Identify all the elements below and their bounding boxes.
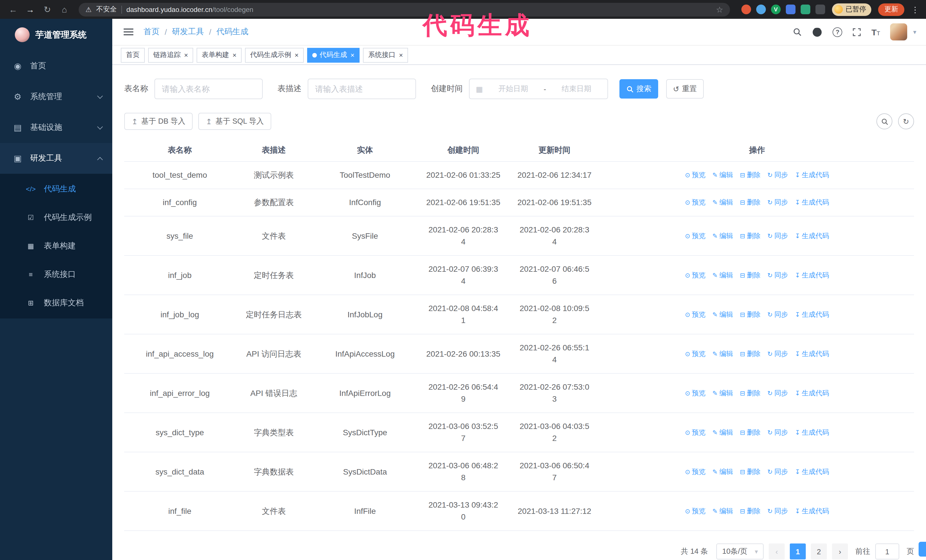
close-icon[interactable]: × [351,51,354,59]
sync-link[interactable]: ↻同步 [767,230,788,242]
preview-link[interactable]: ⊙预览 [685,196,705,208]
menu-item[interactable]: ⚙ 系统管理 [0,82,112,112]
generate-code-link[interactable]: ↧生成代码 [795,196,829,208]
refresh-button[interactable]: ↻ [898,113,914,129]
hamburger-icon[interactable] [122,26,135,38]
submenu-item[interactable]: </> 代码生成 [0,175,112,203]
delete-link[interactable]: ⊟删除 [740,426,761,438]
user-avatar[interactable] [890,23,908,41]
submenu-item[interactable]: ☑ 代码生成示例 [0,203,112,232]
menu-item[interactable]: ◉ 首页 [0,51,112,82]
page-size-select[interactable]: 10条/页 ▾ [717,543,764,559]
extension-icon[interactable] [800,5,810,14]
edit-link[interactable]: ✎编辑 [712,387,733,399]
backtop-button[interactable] [918,542,926,557]
delete-link[interactable]: ⊟删除 [740,387,761,399]
tab[interactable]: 表单构建 × [197,48,242,62]
menu-item[interactable]: ▣ 研发工具 [0,143,112,174]
import-sql-button[interactable]: ↥ 基于 SQL 导入 [198,113,271,130]
edit-link[interactable]: ✎编辑 [712,308,733,320]
preview-link[interactable]: ⊙预览 [685,505,705,517]
preview-link[interactable]: ⊙预览 [685,169,705,181]
submenu-item[interactable]: ⊞ 数据库文档 [0,289,112,317]
import-db-button[interactable]: ↥ 基于 DB 导入 [124,113,193,130]
back-icon[interactable]: ← [6,2,21,17]
generate-code-link[interactable]: ↧生成代码 [795,230,829,242]
edit-link[interactable]: ✎编辑 [712,169,733,181]
delete-link[interactable]: ⊟删除 [740,348,761,360]
table-desc-input[interactable] [308,78,416,99]
delete-link[interactable]: ⊟删除 [740,308,761,320]
sync-link[interactable]: ↻同步 [767,426,788,438]
submenu-item[interactable]: ≡ 系统接口 [0,260,112,289]
toggle-search-button[interactable] [876,113,893,129]
sync-link[interactable]: ↻同步 [767,466,788,478]
sync-link[interactable]: ↻同步 [767,269,788,281]
github-icon[interactable] [812,27,822,37]
extension-icon[interactable] [756,5,766,14]
tab[interactable]: 代码生成 × [307,48,360,62]
home-icon[interactable]: ⌂ [57,2,72,17]
generate-code-link[interactable]: ↧生成代码 [795,426,829,438]
edit-link[interactable]: ✎编辑 [712,269,733,281]
table-name-input[interactable] [154,78,263,99]
font-size-icon[interactable]: TT [871,28,880,36]
extension-icon[interactable] [786,5,796,14]
generate-code-link[interactable]: ↧生成代码 [795,505,829,517]
sync-link[interactable]: ↻同步 [767,505,788,517]
delete-link[interactable]: ⊟删除 [740,169,761,181]
breadcrumb-item[interactable]: 代码生成 [216,27,248,37]
delete-link[interactable]: ⊟删除 [740,505,761,517]
security-label[interactable]: 不安全 [96,5,117,14]
generate-code-link[interactable]: ↧生成代码 [795,269,829,281]
extension-icon[interactable] [741,5,751,14]
delete-link[interactable]: ⊟删除 [740,466,761,478]
goto-page-input[interactable] [875,543,899,559]
breadcrumb-item[interactable]: 研发工具 [172,27,204,37]
preview-link[interactable]: ⊙预览 [685,387,705,399]
submenu-item[interactable]: ▦ 表单构建 [0,232,112,260]
edit-link[interactable]: ✎编辑 [712,505,733,517]
prev-page-button[interactable]: ‹ [769,543,785,559]
address-bar[interactable]: ⚠ 不安全 dashboard.yudao.iocoder.cn/tool/co… [79,3,730,16]
reload-icon[interactable]: ↻ [40,2,55,17]
preview-link[interactable]: ⊙预览 [685,308,705,320]
generate-code-link[interactable]: ↧生成代码 [795,466,829,478]
delete-link[interactable]: ⊟删除 [740,230,761,242]
date-range-picker[interactable]: ▦ 开始日期 - 结束日期 [469,78,608,99]
delete-link[interactable]: ⊟删除 [740,269,761,281]
sync-link[interactable]: ↻同步 [767,308,788,320]
tab[interactable]: 链路追踪 × [148,48,193,62]
preview-link[interactable]: ⊙预览 [685,466,705,478]
generate-code-link[interactable]: ↧生成代码 [795,308,829,320]
app-logo[interactable]: 芋道管理系统 [0,19,112,51]
tab[interactable]: 系统接口 × [363,48,408,62]
sync-link[interactable]: ↻同步 [767,196,788,208]
preview-link[interactable]: ⊙预览 [685,426,705,438]
search-button[interactable]: 搜索 [619,79,658,98]
preview-link[interactable]: ⊙预览 [685,230,705,242]
sync-link[interactable]: ↻同步 [767,169,788,181]
menu-item[interactable]: ▤ 基础设施 [0,112,112,143]
edit-link[interactable]: ✎编辑 [712,196,733,208]
preview-link[interactable]: ⊙预览 [685,348,705,360]
preview-link[interactable]: ⊙预览 [685,269,705,281]
tab[interactable]: 代码生成示例 × [245,48,304,62]
close-icon[interactable]: × [399,51,403,59]
breadcrumb-item[interactable]: 首页 [144,27,160,37]
edit-link[interactable]: ✎编辑 [712,230,733,242]
generate-code-link[interactable]: ↧生成代码 [795,169,829,181]
tab[interactable]: 首页 [121,48,145,62]
help-icon[interactable]: ? [832,27,842,37]
page-number-button[interactable]: 2 [811,543,827,559]
generate-code-link[interactable]: ↧生成代码 [795,387,829,399]
edit-link[interactable]: ✎编辑 [712,426,733,438]
extension-icon[interactable]: V [771,5,781,14]
edit-link[interactable]: ✎编辑 [712,348,733,360]
next-page-button[interactable]: › [832,543,848,559]
close-icon[interactable]: × [233,51,236,59]
reset-button[interactable]: ↺ 重置 [666,79,704,98]
page-number-button[interactable]: 1 [790,543,806,559]
paused-badge[interactable]: 已暂停 [832,3,871,16]
extension-icon[interactable] [816,5,825,14]
